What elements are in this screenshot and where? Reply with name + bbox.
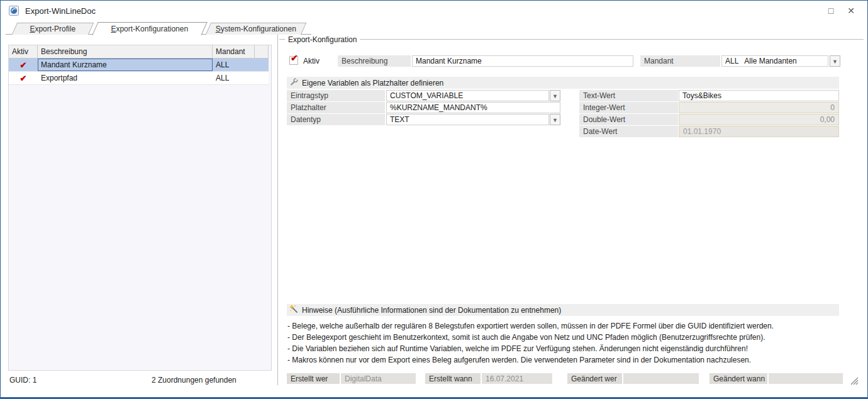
window-controls: □ ✕ [823,4,859,17]
guid-status: GUID: 1 [9,376,36,385]
eintragstyp-select[interactable]: CUSTOM_VARIABLE [386,90,549,101]
hinweise-section-header: Hinweise (Ausführliche Informationen sin… [287,304,839,316]
panel-separator [277,35,278,385]
platzhalter-label: Platzhalter [287,102,385,113]
groupbox-title: Export-Konfiguration [285,35,360,44]
integer-wert-field: 0 [679,102,839,113]
geaendert-wer-label: Geändert wer [567,373,622,384]
chevron-down-icon[interactable]: ▼ [830,55,840,67]
hinweise-section-title: Hinweise (Ausführliche Informationen sin… [302,306,561,315]
text-wert-input[interactable]: Toys&Bikes [679,90,839,101]
date-wert-field: 01.01.1970 [679,126,839,137]
header-aktiv[interactable]: Aktiv [9,45,38,58]
note-line: - Der Belegexport geschieht im Benutzerk… [287,332,860,343]
wrench-icon [289,77,298,88]
check-icon: ✔ [9,59,38,71]
datentyp-select[interactable]: TEXT [386,114,549,125]
app-icon [9,6,19,16]
chevron-down-icon[interactable]: ▼ [550,114,560,125]
export-winlinedoc-window: Export-WinLineDoc □ ✕ Export-Profile Exp… [0,0,868,399]
aktiv-checkbox[interactable]: ✔ [289,56,298,65]
erstellt-wann-label: Erstellt wann [425,373,481,384]
magic-wand-icon [289,305,298,315]
mandant-select[interactable]: ALL Alle Mandanten [721,55,828,67]
row-mandant: ALL [213,72,255,84]
header-mandant[interactable]: Mandant [213,45,255,58]
datentyp-label: Datentyp [287,114,385,125]
double-wert-field: 0,00 [679,114,839,125]
tab-export-profile[interactable]: Export-Profile [12,23,94,35]
aktiv-label: Aktiv [303,57,320,65]
mandant-label: Mandant [640,55,720,67]
resize-grip[interactable] [849,376,859,386]
beschreibung-input[interactable]: Mandant Kurzname [412,55,633,67]
note-line: - Die Variablen beziehen sich auf Runtim… [287,343,860,354]
mandant-code: ALL [725,57,738,66]
row-beschreibung: Mandant Kurzname [38,59,213,71]
note-line: - Belege, welche außerhalb der regulären… [287,320,860,332]
note-line: - Makros können nur vor dem Export eines… [287,354,860,366]
erstellt-wer-label: Erstellt wer [287,373,340,384]
geaendert-wann-label: Geändert wann [709,373,767,384]
check-icon: ✔ [9,72,38,84]
table-row[interactable]: ✔ Mandant Kurzname ALL [9,59,269,72]
header-beschreibung[interactable]: Beschreibung [38,45,213,58]
tab-label: System-Konfigurationen [209,23,303,35]
erstellt-wer-value: DigitalData [341,373,416,384]
variables-section-title: Eigene Variablen als Platzhalter definie… [302,79,443,87]
eintragstyp-label: Eintragstyp [287,90,385,101]
tab-label: Export-Profile [15,23,91,35]
variables-section-header: Eigene Variablen als Platzhalter definie… [287,77,839,89]
platzhalter-input[interactable]: %KURZNAME_MANDANT% [386,102,560,113]
date-wert-label: Date-Wert [579,126,678,137]
geaendert-wer-value [623,373,699,384]
close-icon[interactable]: ✕ [843,4,859,17]
maximize-icon[interactable]: □ [823,4,838,17]
row-mandant: ALL [213,59,255,71]
text-wert-label: Text-Wert [579,90,678,101]
configurations-table: Aktiv Beschreibung Mandant ✔ Mandant Kur… [9,45,269,85]
beschreibung-label: Beschreibung [338,55,411,67]
window-title: Export-WinLineDoc [25,6,96,16]
configurations-list-panel: Aktiv Beschreibung Mandant ✔ Mandant Kur… [8,45,272,371]
erstellt-wann-value: 16.07.2021 [482,373,552,384]
table-header-row: Aktiv Beschreibung Mandant [9,45,269,59]
tab-export-konfigurationen[interactable]: Export-Konfigurationen [92,22,207,35]
check-icon: ✔ [291,53,298,63]
chevron-down-icon[interactable]: ▼ [550,90,560,101]
geaendert-wann-value [769,373,843,384]
tab-bar: Export-Profile Export-Konfigurationen Sy… [1,21,867,35]
result-count-status: 2 Zuordnungen gefunden [152,376,236,385]
titlebar: Export-WinLineDoc □ ✕ [1,1,867,21]
header-filler [255,45,269,58]
mandant-name: Alle Mandanten [744,57,796,66]
double-wert-label: Double-Wert [579,114,678,125]
tab-system-konfigurationen[interactable]: System-Konfigurationen [206,23,306,35]
row-beschreibung: Exportpfad [38,72,213,84]
table-row[interactable]: ✔ Exportpfad ALL [9,72,269,85]
tab-label: Export-Konfigurationen [96,23,204,35]
groupbox-border [279,39,864,40]
hinweise-notes: - Belege, welche außerhalb der regulären… [287,320,860,366]
integer-wert-label: Integer-Wert [579,102,678,113]
